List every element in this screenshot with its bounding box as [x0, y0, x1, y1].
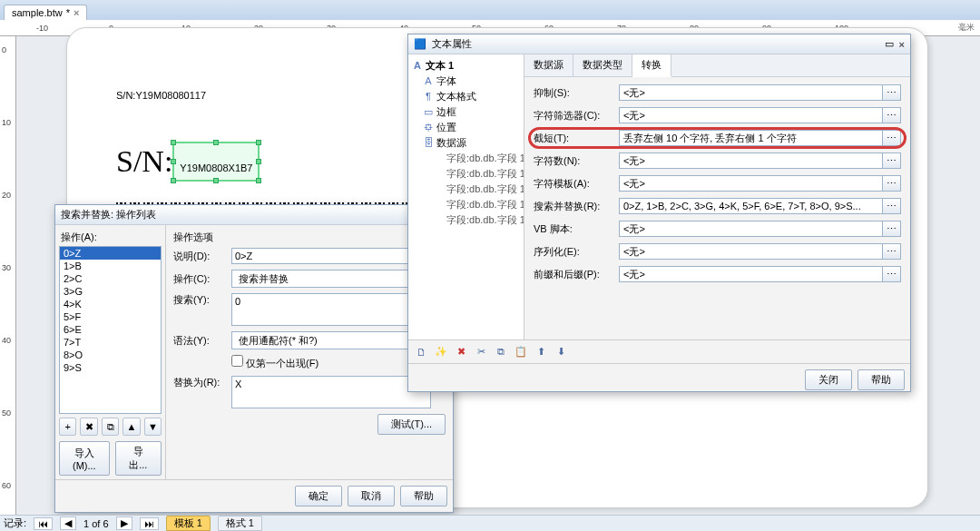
nav-last-icon[interactable]: ⏭: [140, 517, 159, 530]
list-item[interactable]: 2>C: [60, 272, 161, 285]
import-button[interactable]: 导入(M)...: [59, 441, 110, 476]
delete-icon[interactable]: ✖: [454, 345, 468, 359]
picker-icon[interactable]: ⋯: [883, 175, 901, 192]
truncate-field[interactable]: [619, 130, 883, 146]
record-position: 1 of 6: [83, 518, 109, 529]
template-tab[interactable]: 模板 1: [166, 516, 211, 531]
move-down-button[interactable]: ▼: [144, 418, 162, 436]
list-item[interactable]: 9>S: [60, 361, 161, 374]
find-replace-dialog: 搜索并替换: 操作列表 📌 × 操作(A): 0>Z 1>B 2>C 3>G 4…: [54, 204, 454, 513]
search-input[interactable]: 0: [231, 293, 431, 326]
dirty-flag: *: [66, 7, 70, 18]
up-icon[interactable]: ⬆: [534, 345, 548, 359]
ok-button[interactable]: 确定: [295, 486, 342, 506]
search-replace-field[interactable]: [619, 198, 883, 214]
close-icon[interactable]: ×: [899, 39, 905, 50]
dialog-title: 文本属性: [432, 37, 472, 51]
tab-datatype[interactable]: 数据类型: [573, 54, 632, 76]
status-bar: 记录: ⏮ ◀ 1 of 6 ▶ ⏭ 模板 1 格式 1: [0, 515, 980, 531]
wizard-icon[interactable]: ✨: [434, 345, 448, 359]
operations-label: 操作(A):: [61, 231, 162, 244]
picker-icon[interactable]: ⋯: [883, 107, 901, 123]
property-tabs: 数据源 数据类型 转换: [524, 54, 910, 77]
test-button[interactable]: 测试(T)...: [377, 414, 446, 435]
serial-text-2[interactable]: S/N:Y19M0808X1B7: [116, 142, 260, 182]
close-icon[interactable]: ×: [74, 7, 79, 18]
dialog-title-bar[interactable]: 🟦 文本属性 ▭ ×: [408, 34, 910, 54]
list-item[interactable]: 8>O: [60, 349, 161, 361]
filter-field[interactable]: [619, 107, 883, 123]
property-tree[interactable]: A 文本 1 A 字体 ¶ 文本格式 ▭ 边框 ⯐ 位置 🗄 数据源 字段:db…: [408, 54, 524, 339]
serial-text-1[interactable]: S/N:Y19M08080117: [116, 72, 206, 106]
list-item[interactable]: 0>Z: [60, 247, 161, 260]
picker-icon[interactable]: ⋯: [883, 266, 901, 282]
ruler-unit: 毫米: [958, 22, 975, 34]
serialize-field[interactable]: [619, 243, 883, 260]
add-button[interactable]: +: [59, 418, 76, 436]
dialog-title: 搜索并替换: 操作列表: [61, 208, 156, 221]
new-icon[interactable]: 🗋: [414, 345, 428, 359]
picker-icon[interactable]: ⋯: [883, 243, 901, 260]
document-tab-bar: sample.btw* ×: [0, 0, 980, 20]
charcount-field[interactable]: [619, 152, 883, 169]
nav-first-icon[interactable]: ⏮: [34, 517, 53, 530]
record-label: 记录:: [4, 516, 26, 530]
document-tab[interactable]: sample.btw* ×: [4, 5, 87, 20]
prefix-suffix-field[interactable]: [619, 266, 883, 282]
list-item[interactable]: 3>G: [60, 285, 161, 298]
selected-text-object[interactable]: Y19M0808X1B7: [172, 142, 260, 182]
tab-datasource[interactable]: 数据源: [524, 54, 573, 76]
list-item[interactable]: 5>F: [60, 310, 161, 323]
first-only-checkbox[interactable]: [231, 355, 243, 367]
cancel-button[interactable]: 取消: [348, 486, 395, 506]
format-tab[interactable]: 格式 1: [218, 516, 262, 531]
cut-icon[interactable]: ✂: [474, 345, 488, 359]
copy-icon[interactable]: ⧉: [494, 345, 508, 359]
help-button[interactable]: 帮助: [400, 486, 447, 506]
nav-prev-icon[interactable]: ◀: [60, 516, 76, 530]
picker-icon[interactable]: ⋯: [883, 152, 901, 169]
tab-transforms[interactable]: 转换: [632, 54, 671, 77]
down-icon[interactable]: ⬇: [554, 345, 568, 359]
picker-icon[interactable]: ⋯: [883, 198, 901, 214]
maximize-icon[interactable]: ▭: [885, 38, 894, 50]
list-item[interactable]: 4>K: [60, 298, 161, 310]
options-heading: 操作选项: [173, 231, 446, 244]
vertical-ruler: 0 10 20 30 40 50 60: [0, 36, 16, 515]
export-button[interactable]: 导出...: [115, 441, 162, 476]
app-icon: 🟦: [414, 38, 426, 50]
dialog-title-bar[interactable]: 搜索并替换: 操作列表 📌 ×: [55, 205, 453, 225]
list-item[interactable]: 7>T: [60, 336, 161, 349]
list-item[interactable]: 1>B: [60, 260, 161, 272]
picker-icon[interactable]: ⋯: [883, 130, 901, 146]
picker-icon[interactable]: ⋯: [883, 84, 901, 101]
help-button[interactable]: 帮助: [858, 369, 905, 390]
suppress-field[interactable]: [619, 84, 883, 101]
close-button[interactable]: 关闭: [805, 369, 852, 390]
file-name: sample.btw: [12, 7, 63, 18]
property-toolbar: 🗋 ✨ ✖ ✂ ⧉ 📋 ⬆ ⬇: [408, 339, 910, 363]
copy-button[interactable]: ⧉: [102, 418, 119, 436]
template-field[interactable]: [619, 175, 883, 192]
replace-input[interactable]: X: [231, 376, 431, 408]
move-up-button[interactable]: ▲: [122, 418, 140, 436]
vbscript-field[interactable]: [619, 221, 883, 237]
operations-list[interactable]: 0>Z 1>B 2>C 3>G 4>K 5>F 6>E 7>T 8>O 9>S: [59, 246, 162, 414]
nav-next-icon[interactable]: ▶: [116, 516, 132, 530]
paste-icon[interactable]: 📋: [514, 345, 528, 359]
list-item[interactable]: 6>E: [60, 323, 161, 336]
picker-icon[interactable]: ⋯: [883, 221, 901, 237]
text-properties-dialog: 🟦 文本属性 ▭ × A 文本 1 A 字体 ¶ 文本格式 ▭ 边框 ⯐ 位置 …: [407, 34, 911, 392]
remove-button[interactable]: ✖: [80, 418, 97, 436]
tree-root: A 文本 1: [410, 58, 522, 74]
